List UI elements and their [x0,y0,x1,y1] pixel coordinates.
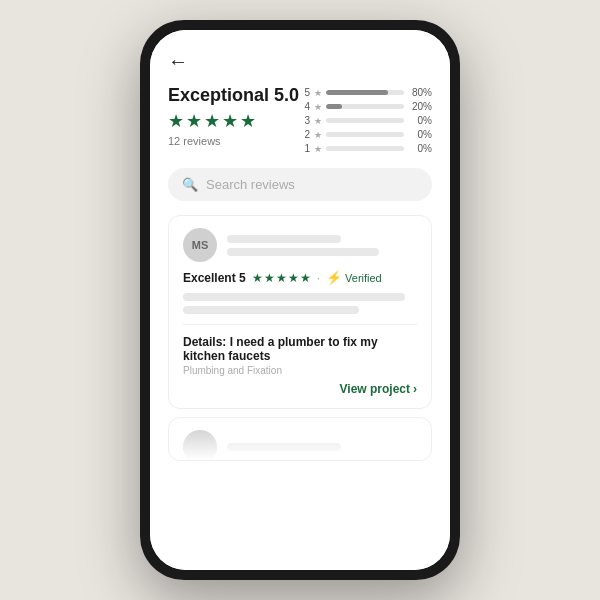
review-star-1: ★ [252,271,263,285]
rating-title: Exceptional 5.0 [168,85,299,106]
review-card-partial [168,417,432,461]
star-3: ★ [204,110,220,132]
review-star-5: ★ [300,271,311,285]
review-stars: ★ ★ ★ ★ ★ [252,271,311,285]
view-project-button[interactable]: View project › [340,382,417,396]
project-title: Details: I need a plumber to fix my kitc… [183,335,417,363]
bar-pct-2: 0% [408,129,432,140]
back-button[interactable]: ← [168,50,188,73]
bar-star-icon-5: ★ [314,88,322,98]
project-section: Details: I need a plumber to fix my kitc… [183,324,417,396]
bar-pct-5: 80% [408,87,432,98]
screen-content: ← Exceptional 5.0 ★ ★ ★ ★ ★ 12 reviews [150,30,450,570]
review-count: 12 reviews [168,135,299,147]
bar-pct-1: 0% [408,143,432,154]
dot-separator: · [317,271,320,285]
search-icon: 🔍 [182,177,198,192]
review-rating-row: Excellent 5 ★ ★ ★ ★ ★ · ⚡ Verified [183,270,417,285]
bar-star-icon-2: ★ [314,130,322,140]
star-4: ★ [222,110,238,132]
verified-label: Verified [345,272,382,284]
reviewer-lines [227,235,417,256]
star-5: ★ [240,110,256,132]
phone-shell: ← Exceptional 5.0 ★ ★ ★ ★ ★ 12 reviews [140,20,460,580]
reviewer-row: MS [183,228,417,262]
rating-left: Exceptional 5.0 ★ ★ ★ ★ ★ 12 reviews [168,85,299,147]
view-project-label: View project [340,382,410,396]
bar-pct-4: 20% [408,101,432,112]
bar-track-5 [326,90,404,95]
avatar: MS [183,228,217,262]
bar-row-2: 2 ★ 0% [302,129,432,140]
review-body-line-1 [183,293,405,301]
bar-track-4 [326,104,404,109]
bar-track-2 [326,132,404,137]
reviewer-lines-2 [227,443,417,451]
star-1: ★ [168,110,184,132]
skeleton-date [227,248,379,256]
review-card: MS Excellent 5 ★ ★ ★ ★ ★ · [168,215,432,409]
bar-label-4: 4 [302,101,310,112]
bar-label-3: 3 [302,115,310,126]
skeleton-name-2 [227,443,341,451]
bar-track-3 [326,118,404,123]
avatar-2 [183,430,217,461]
review-body-lines [183,293,417,314]
bar-label-5: 5 [302,87,310,98]
bar-chart: 5 ★ 80% 4 ★ 20% 3 ★ 0% 2 ★ 0% 1 ★ 0% [302,87,432,154]
bar-row-3: 3 ★ 0% [302,115,432,126]
project-subtitle: Plumbing and Fixation [183,365,417,376]
view-project-row: View project › [183,382,417,396]
reviewer-row-2 [183,430,417,461]
bar-star-icon-1: ★ [314,144,322,154]
chevron-right-icon: › [413,382,417,396]
review-star-2: ★ [264,271,275,285]
stars-row: ★ ★ ★ ★ ★ [168,110,299,132]
bar-row-5: 5 ★ 80% [302,87,432,98]
bar-pct-3: 0% [408,115,432,126]
bar-star-icon-4: ★ [314,102,322,112]
star-2: ★ [186,110,202,132]
verified-badge: ⚡ Verified [326,270,382,285]
bar-fill-4 [326,104,342,109]
review-star-3: ★ [276,271,287,285]
search-bar[interactable]: 🔍 Search reviews [168,168,432,201]
skeleton-name [227,235,341,243]
search-placeholder: Search reviews [206,177,295,192]
bar-label-2: 2 [302,129,310,140]
phone-screen: ← Exceptional 5.0 ★ ★ ★ ★ ★ 12 reviews [150,30,450,570]
bar-row-4: 4 ★ 20% [302,101,432,112]
bar-fill-5 [326,90,388,95]
review-star-4: ★ [288,271,299,285]
rating-header: Exceptional 5.0 ★ ★ ★ ★ ★ 12 reviews 5 ★ [168,85,432,154]
bar-star-icon-3: ★ [314,116,322,126]
bar-track-1 [326,146,404,151]
bar-row-1: 1 ★ 0% [302,143,432,154]
review-body-line-2 [183,306,359,314]
verified-icon: ⚡ [326,270,342,285]
bar-label-1: 1 [302,143,310,154]
review-rating-label: Excellent 5 [183,271,246,285]
